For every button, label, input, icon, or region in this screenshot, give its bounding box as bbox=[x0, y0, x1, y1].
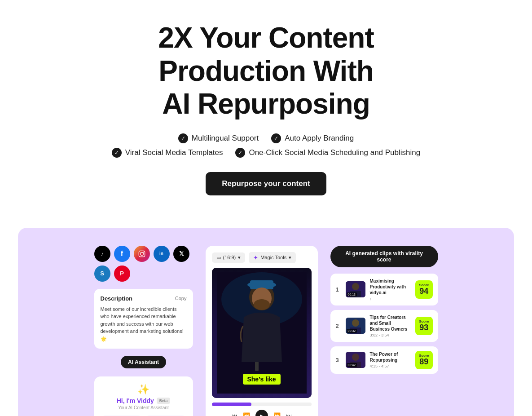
clip-thumb-2: 00:32 bbox=[346, 318, 365, 334]
check-icon-multilingual: ✓ bbox=[178, 133, 188, 143]
check-icon-templates: ✓ bbox=[112, 148, 122, 158]
skip-back-button[interactable]: ⏮ bbox=[232, 412, 237, 416]
ratio-button[interactable]: ▭ (16:9) ▾ bbox=[212, 252, 246, 263]
feature-scheduling: ✓ One-Click Social Media Scheduling and … bbox=[235, 148, 420, 158]
score-value-3: 89 bbox=[419, 357, 428, 366]
svg-point-19 bbox=[352, 354, 359, 361]
description-card: Description Copy Meet some of our incred… bbox=[94, 289, 193, 349]
score-value-2: 93 bbox=[419, 323, 428, 332]
forward-button[interactable]: ⏩ bbox=[273, 412, 281, 416]
ratio-chevron-icon: ▾ bbox=[238, 255, 241, 261]
clip-item-1[interactable]: 1 00:13 Maximising Productivity with vid… bbox=[330, 274, 438, 305]
playback-controls: ⏮ ⏪ ▶ ⏩ ⏭ bbox=[212, 410, 312, 416]
clip-thumb-1: 00:13 bbox=[346, 281, 365, 297]
feature-multilingual: ✓ Multilingual Support bbox=[178, 133, 259, 143]
demo-section: ♪ f in 𝕏 S P Description Copy Meet some … bbox=[18, 228, 514, 416]
clip-info-1: Maximising Productivity with vidyo.ai ↑ bbox=[370, 278, 411, 301]
clip-duration-2: 3:02 - 3:54 bbox=[370, 333, 411, 337]
score-badge-3: Score 89 bbox=[415, 351, 432, 369]
score-value-1: 94 bbox=[419, 287, 428, 296]
feature-branding: ✓ Auto Apply Branding bbox=[271, 133, 354, 143]
clip-number-3: 3 bbox=[336, 357, 341, 363]
clip-info-2: Tips for Creators and Small Business Own… bbox=[370, 314, 411, 337]
clip-item-3[interactable]: 3 00:42 The Power of Repurposing 4:15 - … bbox=[330, 346, 438, 374]
clip-time-1: 00:13 bbox=[347, 292, 357, 297]
clip-number-1: 1 bbox=[336, 286, 341, 293]
clip-thumb-3: 00:42 bbox=[346, 352, 365, 368]
magic-star-icon: ✦ bbox=[253, 254, 258, 261]
svg-point-13 bbox=[352, 283, 359, 290]
rewind-button[interactable]: ⏪ bbox=[243, 412, 250, 416]
feature-templates: ✓ Viral Social Media Templates bbox=[112, 148, 223, 158]
linkedin-icon-button[interactable]: in bbox=[154, 246, 170, 262]
hero-section: 2X Your Content Production With AI Repur… bbox=[0, 0, 532, 228]
clip-item-2[interactable]: 2 00:32 Tips for Creators and Small Busi… bbox=[330, 310, 438, 342]
features-row-2: ✓ Viral Social Media Templates ✓ One-Cli… bbox=[18, 148, 514, 158]
ai-assistant-label: AI Assistant bbox=[121, 356, 166, 368]
facebook-icon-button[interactable]: f bbox=[114, 246, 130, 262]
clip-info-3: The Power of Repurposing 4:15 - 4:57 bbox=[370, 351, 411, 368]
ai-assistant-card: ✨ Hi, I'm Viddy Beta Your AI Content Ass… bbox=[94, 376, 193, 416]
svg-point-1 bbox=[140, 252, 143, 255]
viddy-name-row: Hi, I'm Viddy Beta bbox=[101, 397, 186, 404]
score-badge-2: Score 93 bbox=[415, 317, 432, 335]
clip-title-2: Tips for Creators and Small Business Own… bbox=[370, 314, 411, 332]
feature-scheduling-text: One-Click Social Media Scheduling and Pu… bbox=[249, 148, 420, 157]
clips-header: AI generated clips with virality score bbox=[330, 246, 438, 267]
left-panel: ♪ f in 𝕏 S P Description Copy Meet some … bbox=[94, 246, 193, 416]
social-icons-row: ♪ f in 𝕏 S P bbox=[94, 246, 193, 282]
magic-chevron-icon: ▾ bbox=[289, 255, 291, 261]
description-header: Description Copy bbox=[101, 295, 187, 302]
twitter-icon-button[interactable]: 𝕏 bbox=[173, 246, 189, 262]
clip-number-2: 2 bbox=[336, 323, 341, 329]
video-person-bg: She's like bbox=[212, 268, 312, 398]
caption-overlay: She's like bbox=[242, 374, 280, 385]
svg-point-11 bbox=[254, 299, 270, 310]
score-badge-1: Score 94 bbox=[415, 280, 432, 299]
tiktok-icon-button[interactable]: ♪ bbox=[94, 246, 110, 262]
instagram-icon-button[interactable] bbox=[134, 246, 150, 262]
viddy-subtitle: Your AI Content Assistant bbox=[101, 405, 186, 410]
ratio-label: (16:9) bbox=[223, 255, 236, 260]
timeline-bar[interactable] bbox=[212, 403, 312, 406]
hero-title: 2X Your Content Production With AI Repur… bbox=[82, 22, 450, 121]
viddy-name: Hi, I'm Viddy bbox=[117, 397, 154, 404]
viddy-header: ✨ Hi, I'm Viddy Beta Your AI Content Ass… bbox=[101, 384, 186, 410]
features-row-1: ✓ Multilingual Support ✓ Auto Apply Bran… bbox=[18, 133, 514, 143]
center-panel: ▭ (16:9) ▾ ✦ Magic Tools ▾ bbox=[206, 246, 318, 416]
description-text: Meet some of our incredible clients who … bbox=[101, 305, 187, 343]
ai-assistant-label-wrapper: AI Assistant bbox=[94, 356, 193, 373]
clip-title-3: The Power of Repurposing bbox=[370, 351, 411, 363]
editor-toolbar: ▭ (16:9) ▾ ✦ Magic Tools ▾ bbox=[212, 252, 312, 263]
clip-duration-1: ↑ bbox=[370, 297, 411, 301]
check-icon-scheduling: ✓ bbox=[235, 148, 245, 158]
clip-duration-3: 4:15 - 4:57 bbox=[370, 364, 411, 368]
timeline-progress bbox=[212, 403, 252, 406]
right-panel: AI generated clips with virality score 1… bbox=[330, 246, 438, 378]
feature-templates-text: Viral Social Media Templates bbox=[125, 148, 223, 157]
scribd-icon-button[interactable]: S bbox=[94, 266, 110, 282]
cta-button[interactable]: Repurpose your content bbox=[206, 172, 326, 195]
beta-badge: Beta bbox=[157, 398, 171, 404]
play-button[interactable]: ▶ bbox=[255, 410, 268, 416]
ratio-icon: ▭ bbox=[216, 255, 221, 261]
description-title: Description bbox=[101, 295, 133, 302]
svg-point-16 bbox=[352, 319, 359, 327]
svg-point-2 bbox=[143, 252, 144, 252]
clip-title-1: Maximising Productivity with vidyo.ai bbox=[370, 278, 411, 296]
skip-forward-button[interactable]: ⏭ bbox=[286, 412, 292, 416]
clip-time-2: 00:32 bbox=[347, 329, 357, 333]
magic-tools-label: Magic Tools bbox=[260, 255, 286, 260]
svg-rect-0 bbox=[139, 251, 145, 257]
video-preview: She's like bbox=[212, 268, 312, 398]
copy-button[interactable]: Copy bbox=[175, 296, 187, 301]
viddy-sparkle-icon: ✨ bbox=[101, 384, 186, 395]
clip-time-3: 00:42 bbox=[347, 363, 357, 367]
feature-multilingual-text: Multilingual Support bbox=[192, 134, 259, 143]
magic-tools-button[interactable]: ✦ Magic Tools ▾ bbox=[249, 252, 296, 263]
pinterest-icon-button[interactable]: P bbox=[114, 266, 130, 282]
feature-branding-text: Auto Apply Branding bbox=[285, 134, 354, 143]
check-icon-branding: ✓ bbox=[271, 133, 281, 143]
